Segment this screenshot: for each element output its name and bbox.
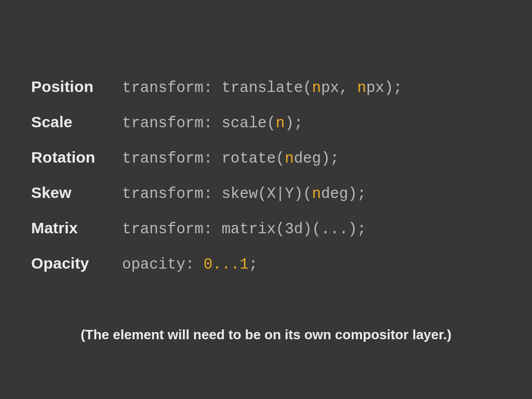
code-text: transform: matrix(3d)(...); bbox=[122, 221, 366, 238]
code-text: transform: scale( bbox=[122, 115, 276, 132]
slide: Positiontransform: translate(npx, npx);S… bbox=[0, 0, 532, 399]
property-label: Opacity bbox=[31, 255, 122, 272]
code-text: ); bbox=[285, 115, 303, 132]
property-label: Skew bbox=[31, 184, 122, 202]
code-text: ; bbox=[249, 256, 258, 273]
property-table: Positiontransform: translate(npx, npx);S… bbox=[31, 78, 501, 273]
code-variable: n bbox=[276, 115, 285, 132]
code-text: transform: rotate( bbox=[122, 150, 285, 167]
property-label: Rotation bbox=[31, 149, 122, 166]
code-variable: n bbox=[357, 79, 366, 97]
code-text: px); bbox=[366, 79, 403, 97]
property-code: transform: translate(npx, npx); bbox=[122, 79, 501, 97]
code-text: transform: translate( bbox=[122, 79, 312, 97]
code-variable: n bbox=[312, 79, 321, 97]
code-variable: 0...1 bbox=[204, 256, 249, 273]
code-variable: n bbox=[285, 150, 294, 167]
property-code: transform: scale(n); bbox=[122, 115, 501, 132]
code-text: deg); bbox=[321, 185, 366, 203]
property-code: transform: matrix(3d)(...); bbox=[122, 221, 501, 238]
footnote: (The element will need to be on its own … bbox=[0, 327, 532, 343]
code-text: deg); bbox=[294, 150, 339, 167]
code-text: opacity: bbox=[122, 256, 204, 273]
property-code: opacity: 0...1; bbox=[122, 256, 501, 273]
property-code: transform: skew(X|Y)(ndeg); bbox=[122, 185, 501, 203]
code-variable: n bbox=[312, 185, 321, 203]
property-label: Scale bbox=[31, 113, 122, 131]
property-label: Matrix bbox=[31, 219, 122, 237]
code-text: transform: skew(X|Y)( bbox=[122, 185, 312, 203]
property-code: transform: rotate(ndeg); bbox=[122, 150, 501, 167]
property-label: Position bbox=[31, 78, 122, 96]
code-text: px, bbox=[321, 79, 357, 97]
